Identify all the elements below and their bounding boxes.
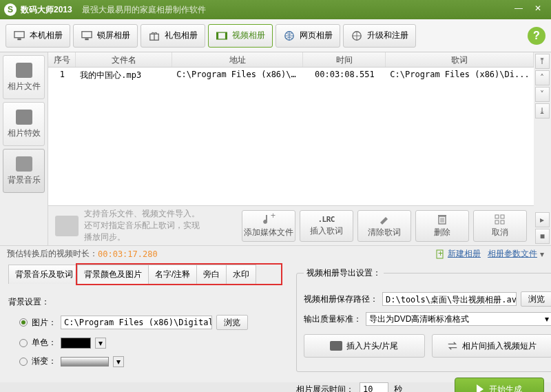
show-time-label: 相片展示时间： (296, 384, 354, 393)
radio-solid-label: 单色： (32, 337, 56, 349)
tab-upgrade[interactable]: 升级和注册 (343, 24, 416, 48)
move-down-button[interactable]: ˅ (535, 87, 550, 102)
browse-image-button[interactable]: 浏览 (216, 315, 248, 330)
quality-select[interactable]: 导出为DVD高清晰标准格式▾ (366, 312, 551, 326)
delete-button[interactable]: 删除 (415, 210, 469, 242)
monitor-icon (13, 30, 25, 41)
svg-rect-16 (438, 215, 446, 216)
svg-rect-19 (495, 220, 499, 224)
start-generate-button[interactable]: 开始生成 (455, 378, 544, 392)
side-label: 相片特效 (8, 127, 41, 139)
subtab-narration[interactable]: 旁白 (196, 265, 227, 284)
sec-label: 秒 (394, 384, 402, 393)
tab-web-album[interactable]: 网页相册 (276, 24, 340, 48)
svg-rect-20 (501, 220, 504, 224)
svg-rect-0 (14, 31, 24, 37)
radio-image-label: 图片： (32, 317, 56, 329)
stop-button[interactable]: ■ (535, 229, 550, 244)
move-bottom-button[interactable]: ⤓ (535, 103, 550, 118)
param-file-link[interactable]: 相册参数文件▾ (488, 248, 544, 260)
table-body[interactable]: 1 我的中国心.mp3 C:\Program Files (x86)\Di...… (48, 68, 533, 205)
subtab-bgcolor[interactable]: 背景颜色及图片 (77, 265, 149, 284)
col-address[interactable]: 地址 (172, 52, 303, 67)
content-area: 相片文件 相片特效 背景音乐 序号 文件名 地址 时间 歌词 1 我的中国心.m… (0, 52, 551, 245)
btn-label: 插入片头/片尾 (346, 340, 398, 352)
btn-label: 插入歌词 (310, 225, 343, 237)
title-bar: S 数码大师2013 最强大最易用的家庭相册制作软件 — ✕ (0, 0, 551, 19)
media-toolbar: 支持音乐文件、视频文件导入。 还可对指定音乐配上歌词，实现 播放同步。 +添加媒… (48, 205, 533, 245)
camera-icon (16, 63, 32, 78)
svg-rect-2 (82, 31, 92, 37)
bg-group-title: 背景设置： (8, 296, 281, 308)
tab-video-album[interactable]: 视频相册 (208, 24, 273, 48)
minimize-button[interactable]: — (510, 3, 528, 16)
cancel-button[interactable]: 取消 (473, 210, 527, 242)
status-duration: 00:03:17.280 (98, 249, 158, 259)
grid-icon (493, 213, 507, 225)
move-up-button[interactable]: ˄ (535, 70, 550, 85)
tab-lock-album[interactable]: 锁屏相册 (73, 24, 138, 48)
export-pane: 视频相册导出设置： 视频相册保存路径： D:\tools\桌面\导出视频相册.a… (289, 262, 551, 382)
solid-color-swatch[interactable] (61, 338, 91, 349)
play-button[interactable]: ▸ (535, 212, 550, 227)
col-index[interactable]: 序号 (48, 52, 76, 67)
tab-label: 升级和注册 (367, 30, 408, 41)
app-title: 数码大师2013 (21, 4, 72, 16)
table-header: 序号 文件名 地址 时间 歌词 (48, 52, 533, 68)
gradient-dropdown[interactable]: ▾ (113, 356, 124, 367)
tab-gift-album[interactable]: 礼包相册 (141, 24, 205, 48)
insert-clip-button[interactable]: 插入片头/片尾 (304, 334, 425, 358)
hammer-icon (377, 213, 391, 225)
app-logo: S (4, 3, 17, 16)
move-top-button[interactable]: ⤒ (535, 54, 550, 69)
subtab-watermark[interactable]: 水印 (226, 265, 256, 284)
btn-label: 取消 (492, 227, 508, 238)
insert-lyric-button[interactable]: .LRC插入歌词 (300, 210, 353, 242)
radio-solid[interactable] (19, 339, 28, 347)
help-button[interactable]: ? (528, 27, 545, 45)
col-lyric[interactable]: 歌词 (386, 52, 533, 67)
reorder-controls: ⤒ ˄ ˅ ⤓ ▸ ■ (534, 52, 551, 245)
quality-label: 输出质量标准： (304, 313, 362, 325)
export-fieldset: 视频相册导出设置： 视频相册保存路径： D:\tools\桌面\导出视频相册.a… (296, 267, 551, 372)
col-filename[interactable]: 文件名 (76, 52, 172, 67)
show-time-field[interactable]: 10 (360, 382, 388, 392)
table-row[interactable]: 1 我的中国心.mp3 C:\Program Files (x86)\Di...… (48, 68, 533, 83)
footer-controls: 相片展示时间： 10 秒 开始生成 (296, 378, 544, 392)
color-dropdown[interactable]: ▾ (95, 338, 106, 349)
save-path-field[interactable]: D:\tools\桌面\导出视频相册.avi (382, 292, 517, 306)
side-bgm[interactable]: 背景音乐 (3, 149, 45, 193)
radio-gradient[interactable] (19, 358, 28, 366)
insert-between-button[interactable]: 相片间插入视频短片 (432, 334, 551, 358)
close-button[interactable]: ✕ (529, 3, 547, 16)
hint-label: 支持音乐文件、视频文件导入。 还可对指定音乐配上歌词，实现 播放同步。 (84, 208, 200, 243)
radio-image[interactable] (19, 318, 28, 327)
subtab-bgm[interactable]: 背景音乐及歌词 (8, 265, 80, 284)
btn-label: 清除歌词 (368, 227, 401, 238)
background-settings-pane: 背景音乐及歌词 背景颜色及图片 名字/注释 旁白 水印 背景设置： 图片： C:… (0, 262, 289, 382)
side-photo-fx[interactable]: 相片特效 (3, 102, 45, 146)
tab-label: 礼包相册 (165, 30, 198, 41)
clear-lyric-button[interactable]: 清除歌词 (357, 210, 411, 242)
browse-output-button[interactable]: 浏览 (521, 291, 551, 307)
image-path-field[interactable]: C:\Program Files (x86)\DigitalMast (61, 316, 212, 329)
svg-rect-1 (17, 38, 21, 40)
tab-local-album[interactable]: 本机相册 (6, 24, 70, 48)
cell-lyric: C:\Program Files (x86)\Di... (386, 68, 533, 83)
add-media-button[interactable]: +添加媒体文件 (242, 210, 295, 242)
hint-text: 支持音乐文件、视频文件导入。 还可对指定音乐配上歌词，实现 播放同步。 (55, 208, 237, 243)
globe-icon (351, 30, 363, 41)
status-label: 预估转换后的视频时长： (7, 248, 98, 260)
svg-rect-3 (85, 38, 88, 40)
cell-address: C:\Program Files (x86)\Di... (172, 68, 303, 83)
new-album-link[interactable]: +新建相册 (435, 248, 481, 260)
app-subtitle: 最强大最易用的家庭相册制作软件 (82, 4, 206, 16)
side-photo-files[interactable]: 相片文件 (3, 55, 45, 99)
radio-gradient-label: 渐变： (32, 355, 56, 367)
gift-icon (148, 30, 160, 41)
subtab-name[interactable]: 名字/注释 (148, 265, 197, 284)
video-icon (216, 30, 228, 41)
col-time[interactable]: 时间 (303, 52, 386, 67)
btn-label: 添加媒体文件 (244, 227, 293, 238)
gradient-swatch[interactable] (61, 357, 109, 367)
